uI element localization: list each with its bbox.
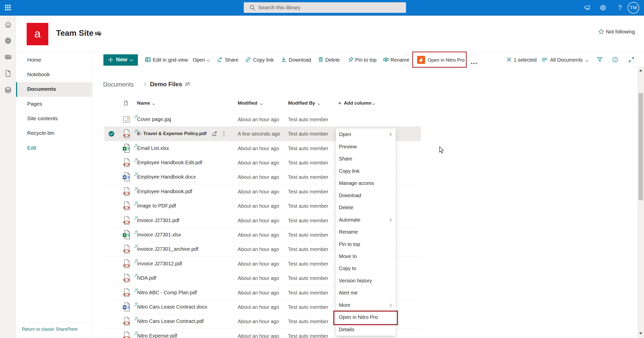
svg-text:X: X (124, 147, 126, 150)
svg-text:X: X (124, 234, 126, 237)
svg-text:W: W (123, 306, 126, 309)
svg-text:T: T (96, 32, 97, 35)
svg-text:W: W (123, 176, 126, 179)
